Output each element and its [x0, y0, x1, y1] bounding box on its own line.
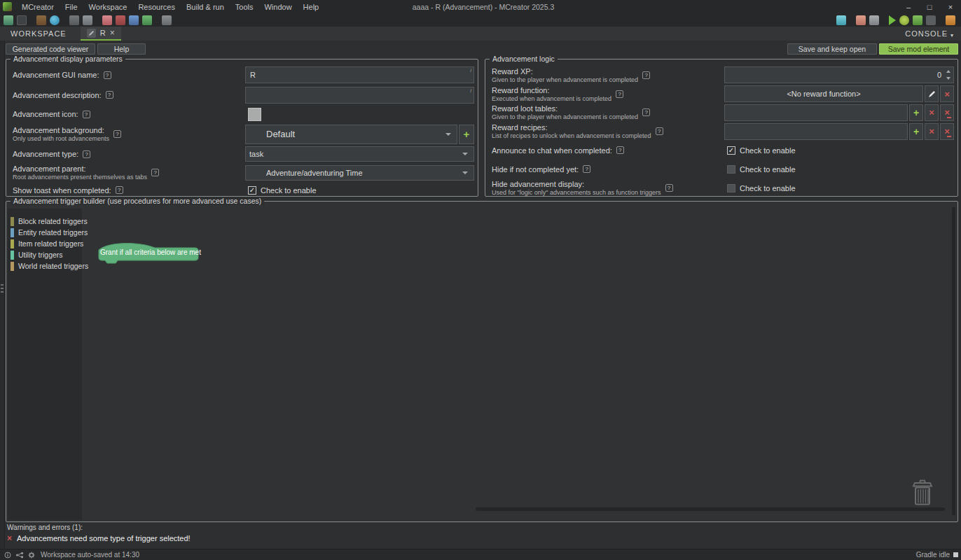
list-icon[interactable] [162, 15, 172, 25]
help-icon[interactable]: ? [616, 90, 623, 98]
remove-all-recipes-button[interactable]: × [940, 123, 954, 140]
hide-not-completed-row: Hide if not completed yet: ? Check to en… [489, 160, 954, 178]
image-icon[interactable] [4, 15, 13, 25]
panel-grip-icon[interactable] [1, 284, 4, 293]
stop-icon[interactable] [926, 15, 936, 25]
remove-all-icon: × [944, 127, 950, 136]
remove-icon: × [929, 127, 934, 136]
statusbar: Workspace auto-saved at 14:30 Gradle idl… [0, 549, 961, 560]
notes-icon[interactable] [836, 15, 846, 25]
reward-xp-spinner[interactable]: 0 [724, 66, 954, 83]
description-input[interactable]: i [245, 87, 474, 104]
help-icon[interactable]: ? [83, 111, 90, 118]
menu-tools[interactable]: Tools [230, 3, 259, 11]
category-item-triggers[interactable]: Item related triggers [8, 238, 82, 249]
help-icon[interactable]: ? [642, 108, 650, 116]
tab-mod-element[interactable]: R × [81, 27, 121, 41]
warnings-title: Warnings and errors (1): [7, 524, 191, 531]
category-world-triggers[interactable]: World related triggers [8, 260, 82, 272]
help-icon[interactable]: ? [104, 71, 111, 79]
help-icon[interactable]: ? [583, 165, 590, 173]
vertical-scrollbar[interactable] [952, 207, 955, 515]
terminal-icon[interactable] [17, 15, 27, 25]
menu-mcreator[interactable]: MCreator [16, 3, 60, 11]
menu-help[interactable]: Help [298, 3, 325, 11]
loot-tables-field[interactable] [724, 104, 908, 121]
remove-all-loot-tables-button[interactable]: × [940, 104, 954, 121]
console-button[interactable]: CONSOLE ▾ [898, 27, 961, 41]
recipes-field[interactable] [724, 123, 908, 140]
spinner-arrows-icon[interactable] [945, 70, 951, 80]
menu-resources[interactable]: Resources [132, 3, 181, 11]
maximize-button[interactable]: □ [919, 3, 940, 11]
background-select[interactable]: Default [245, 125, 457, 144]
remove-function-button[interactable]: × [940, 85, 954, 102]
help-icon[interactable]: ? [151, 169, 159, 176]
edit-function-button[interactable] [925, 85, 939, 102]
parent-select[interactable]: Adventure/adventuring Time [245, 165, 474, 181]
generated-code-viewer-button[interactable]: Generated code viewer [6, 43, 95, 55]
red-box-icon[interactable] [116, 15, 125, 25]
connection-icon[interactable] [15, 552, 24, 559]
help-icon[interactable]: ? [665, 184, 673, 192]
category-entity-triggers[interactable]: Entity related triggers [8, 227, 82, 238]
hide-display-checkbox[interactable] [727, 184, 735, 192]
blockly-canvas[interactable]: Grant if all criteria below are met [82, 207, 956, 520]
help-icon[interactable]: ? [616, 146, 624, 154]
block-plus-icon[interactable] [36, 15, 46, 25]
category-label: Utility triggers [18, 251, 63, 259]
save-mod-element-button[interactable]: Save mod element [879, 43, 958, 55]
hide-not-completed-checkbox[interactable] [727, 165, 735, 174]
hammer-icon[interactable] [869, 15, 879, 25]
gear-icon[interactable] [28, 552, 35, 559]
debug-icon[interactable] [899, 15, 909, 25]
side-panel-collapsed[interactable] [0, 41, 5, 550]
close-button[interactable]: × [940, 3, 961, 11]
help-button[interactable]: Help [97, 43, 146, 55]
parent-value: Adventure/adventuring Time [246, 169, 363, 177]
help-icon[interactable]: ? [642, 71, 650, 79]
blue-grid-icon[interactable] [129, 15, 139, 25]
grant-criteria-block[interactable]: Grant if all criteria below are met [96, 241, 201, 266]
category-utility-triggers[interactable]: Utility triggers [8, 249, 82, 260]
eraser-icon[interactable] [856, 15, 866, 25]
close-tab-icon[interactable]: × [110, 29, 115, 37]
package-icon[interactable] [69, 15, 79, 25]
announce-chat-checkbox[interactable]: ✓ [727, 146, 735, 155]
field-label: Reward function: [492, 86, 611, 94]
red-grid-import-icon[interactable] [102, 15, 112, 25]
green-grid-icon[interactable] [142, 15, 152, 25]
menu-window[interactable]: Window [258, 3, 297, 11]
horizontal-scrollbar[interactable] [476, 507, 945, 511]
package-export-icon[interactable] [913, 15, 922, 25]
tab-workspace[interactable]: WORKSPACE [0, 27, 77, 41]
help-icon[interactable]: ? [83, 150, 90, 158]
menu-workspace[interactable]: Workspace [83, 3, 133, 11]
info-icon[interactable] [4, 552, 11, 559]
add-loot-table-button[interactable]: + [909, 104, 923, 121]
globe-icon[interactable] [50, 15, 60, 25]
add-recipe-button[interactable]: + [909, 123, 923, 140]
folder-export-icon[interactable] [946, 15, 955, 25]
help-icon[interactable]: ? [106, 91, 113, 99]
floppy-icon[interactable] [83, 15, 92, 25]
type-select[interactable]: task [245, 146, 474, 162]
gui-name-input[interactable]: R i [245, 66, 474, 83]
play-icon[interactable] [889, 15, 896, 25]
advancement-icon-picker[interactable] [248, 108, 261, 121]
trash-icon[interactable] [910, 478, 935, 510]
menu-build-run[interactable]: Build & run [181, 3, 230, 11]
reward-function-field[interactable]: <No reward function> [724, 85, 923, 102]
save-keep-open-button[interactable]: Save and keep open [787, 43, 877, 55]
menu-file[interactable]: File [60, 3, 83, 11]
show-toast-checkbox[interactable]: ✓ [248, 186, 256, 195]
console-label: CONSOLE [905, 29, 948, 38]
help-icon[interactable]: ? [116, 186, 123, 194]
help-icon[interactable]: ? [113, 130, 121, 138]
help-icon[interactable]: ? [656, 127, 663, 135]
remove-loot-table-button[interactable]: × [925, 104, 939, 121]
category-block-triggers[interactable]: Block related triggers [8, 216, 82, 227]
remove-recipe-button[interactable]: × [925, 123, 939, 140]
minimize-button[interactable]: – [898, 3, 919, 11]
add-background-button[interactable]: + [459, 125, 474, 144]
